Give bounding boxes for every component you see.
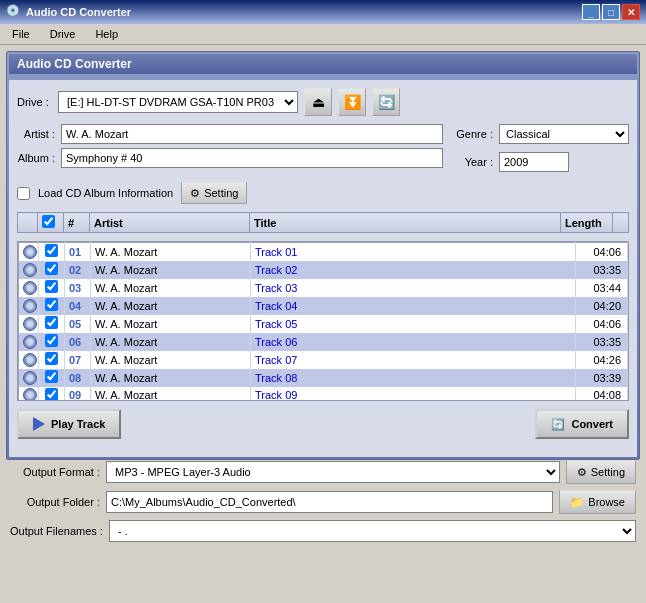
track-artist: W. A. Mozart: [91, 315, 251, 333]
browse-label: Browse: [588, 496, 625, 508]
menu-file[interactable]: File: [4, 26, 38, 42]
menu-drive[interactable]: Drive: [42, 26, 84, 42]
gear-icon: ⚙: [190, 187, 200, 200]
play-track-label: Play Track: [51, 418, 105, 430]
refresh-button[interactable]: 🔄: [372, 88, 400, 116]
eject-down-button[interactable]: ⏬: [338, 88, 366, 116]
load-cd-checkbox[interactable]: [17, 187, 30, 200]
track-checkbox[interactable]: [45, 262, 58, 275]
track-checkbox-cell[interactable]: [39, 387, 65, 402]
artist-input[interactable]: [61, 124, 443, 144]
genre-select[interactable]: ClassicalRockPopJazzBlues: [499, 124, 629, 144]
genre-label: Genre :: [455, 128, 493, 140]
title-bar-controls: _ □ ✕: [582, 4, 640, 20]
track-checkbox-cell[interactable]: [39, 333, 65, 351]
album-label: Album :: [17, 152, 55, 164]
track-cd-icon: [19, 297, 39, 315]
track-checkbox[interactable]: [45, 280, 58, 293]
year-row: Year :: [455, 152, 629, 172]
output-filenames-select[interactable]: - . -: [109, 520, 636, 542]
track-checkbox[interactable]: [45, 370, 58, 383]
track-artist: W. A. Mozart: [91, 333, 251, 351]
track-checkbox-cell[interactable]: [39, 297, 65, 315]
th-title: Title: [250, 213, 561, 233]
track-checkbox[interactable]: [45, 298, 58, 311]
album-input[interactable]: [61, 148, 443, 168]
track-number: 06: [65, 333, 91, 351]
minimize-button[interactable]: _: [582, 4, 600, 20]
track-number: 03: [65, 279, 91, 297]
menu-help[interactable]: Help: [87, 26, 126, 42]
track-number: 05: [65, 315, 91, 333]
convert-label: Convert: [571, 418, 613, 430]
setting-button-top[interactable]: ⚙ Setting: [181, 182, 247, 204]
panel-title: Audio CD Converter: [9, 54, 637, 74]
track-checkbox[interactable]: [45, 316, 58, 329]
track-title: Track 01: [251, 243, 576, 261]
setting-btn-label: Setting: [204, 187, 238, 199]
track-checkbox-cell[interactable]: [39, 279, 65, 297]
track-title: Track 09: [251, 387, 576, 402]
track-title: Track 07: [251, 351, 576, 369]
table-row: 08 W. A. Mozart Track 08 03:39: [19, 369, 628, 387]
table-row: 05 W. A. Mozart Track 05 04:06: [19, 315, 628, 333]
output-folder-label: Output Folder :: [10, 496, 100, 508]
track-artist: W. A. Mozart: [91, 243, 251, 261]
select-all-checkbox[interactable]: [42, 215, 55, 228]
close-button[interactable]: ✕: [622, 4, 640, 20]
track-checkbox-cell[interactable]: [39, 351, 65, 369]
track-number: 08: [65, 369, 91, 387]
output-section: Output Format : MP3 - MPEG Layer-3 Audio…: [6, 460, 640, 542]
maximize-button[interactable]: □: [602, 4, 620, 20]
track-length: 04:20: [576, 297, 628, 315]
track-checkbox[interactable]: [45, 334, 58, 347]
table-row: 01 W. A. Mozart Track 01 04:06: [19, 243, 628, 261]
track-checkbox-cell[interactable]: [39, 243, 65, 261]
track-cd-icon: [19, 351, 39, 369]
track-checkbox-cell[interactable]: [39, 315, 65, 333]
album-row: Album :: [17, 148, 443, 168]
track-cd-icon: [19, 261, 39, 279]
track-length: 03:35: [576, 333, 628, 351]
th-artist: Artist: [90, 213, 250, 233]
track-checkbox-cell[interactable]: [39, 261, 65, 279]
track-title: Track 08: [251, 369, 576, 387]
track-checkbox[interactable]: [45, 352, 58, 365]
panel-inner: Drive : [E:] HL-DT-ST DVDRAM GSA-T10N PR…: [9, 80, 637, 457]
track-number: 04: [65, 297, 91, 315]
convert-button[interactable]: 🔄 Convert: [535, 409, 629, 439]
output-format-select[interactable]: MP3 - MPEG Layer-3 AudioWAV AudioOGG Vor…: [106, 461, 560, 483]
track-cd-icon: [19, 279, 39, 297]
load-cd-row: Load CD Album Information ⚙ Setting: [17, 182, 629, 204]
th-check: [38, 213, 64, 233]
track-number: 02: [65, 261, 91, 279]
drive-select[interactable]: [E:] HL-DT-ST DVDRAM GSA-T10N PR03: [58, 91, 298, 113]
track-length: 03:39: [576, 369, 628, 387]
title-bar: 💿 Audio CD Converter _ □ ✕: [0, 0, 646, 24]
info-left: Artist : Album :: [17, 124, 443, 176]
track-checkbox-cell[interactable]: [39, 369, 65, 387]
info-rows: Artist : Album : Genre : ClassicalRockPo…: [17, 124, 629, 176]
main-panel: Audio CD Converter Drive : [E:] HL-DT-ST…: [6, 51, 640, 460]
genre-row: Genre : ClassicalRockPopJazzBlues: [455, 124, 629, 144]
track-table-scroll[interactable]: 01 W. A. Mozart Track 01 04:06 02 W. A. …: [17, 241, 629, 401]
th-num: #: [64, 213, 90, 233]
output-format-label: Output Format :: [10, 466, 100, 478]
convert-icon: 🔄: [551, 418, 565, 431]
output-folder-input[interactable]: [106, 491, 553, 513]
track-table-body: 01 W. A. Mozart Track 01 04:06 02 W. A. …: [18, 242, 628, 401]
track-cd-icon: [19, 333, 39, 351]
table-row: 04 W. A. Mozart Track 04 04:20: [19, 297, 628, 315]
output-setting-button[interactable]: ⚙ Setting: [566, 460, 636, 484]
track-checkbox[interactable]: [45, 388, 58, 401]
track-artist: W. A. Mozart: [91, 387, 251, 402]
track-title: Track 04: [251, 297, 576, 315]
play-track-button[interactable]: Play Track: [17, 409, 121, 439]
browse-button[interactable]: 📁 Browse: [559, 490, 636, 514]
action-row: Play Track 🔄 Convert: [17, 409, 629, 439]
load-cd-label: Load CD Album Information: [38, 187, 173, 199]
track-checkbox[interactable]: [45, 244, 58, 257]
table-row: 02 W. A. Mozart Track 02 03:35: [19, 261, 628, 279]
eject-up-button[interactable]: ⏏: [304, 88, 332, 116]
year-input[interactable]: [499, 152, 569, 172]
